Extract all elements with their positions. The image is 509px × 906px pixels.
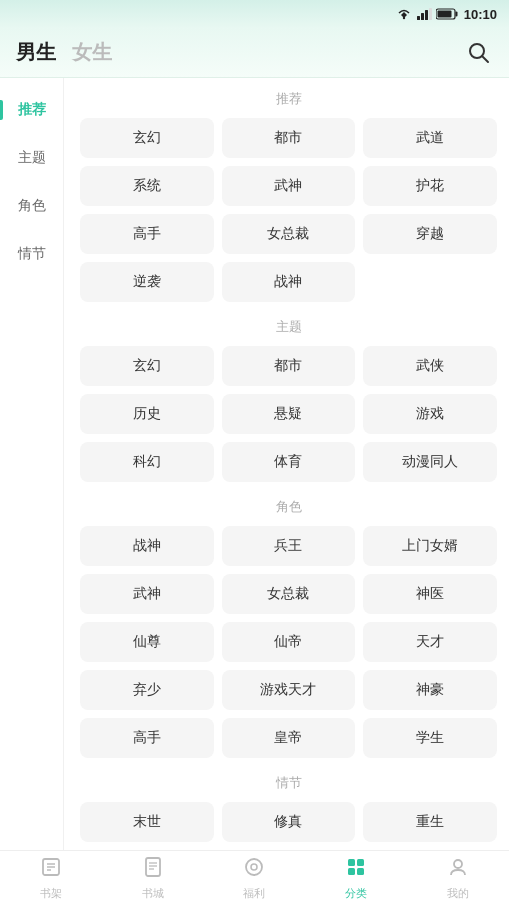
svg-rect-21 [348, 859, 355, 866]
tag-item[interactable]: 动漫同人 [363, 442, 497, 482]
svg-rect-15 [146, 858, 160, 876]
tag-item[interactable]: 仙尊 [80, 622, 214, 662]
tag-item[interactable]: 穿越 [363, 214, 497, 254]
tag-item[interactable]: 学生 [363, 718, 497, 758]
svg-rect-24 [357, 868, 364, 875]
svg-point-1 [403, 17, 405, 19]
tag-item[interactable]: 游戏天才 [222, 670, 356, 710]
svg-rect-2 [417, 16, 420, 20]
main-content: 推荐 主题 角色 情节 推荐玄幻都市武道系统武神护花高手女总裁穿越逆袭战神主题玄… [0, 78, 509, 850]
tag-item[interactable]: 神医 [363, 574, 497, 614]
section-0: 推荐玄幻都市武道系统武神护花高手女总裁穿越逆袭战神 [80, 90, 497, 302]
header: 男生 女生 [0, 28, 509, 78]
tag-item[interactable]: 都市 [222, 346, 356, 386]
nav-item-书架[interactable]: 书架 [0, 851, 102, 906]
tag-item[interactable]: 武神 [222, 166, 356, 206]
section-title-2: 角色 [80, 498, 497, 516]
tag-item[interactable]: 仙帝 [222, 622, 356, 662]
search-button[interactable] [465, 39, 493, 67]
tab-female[interactable]: 女生 [72, 39, 112, 66]
status-icons [396, 8, 458, 20]
section-title-1: 主题 [80, 318, 497, 336]
section-2: 角色战神兵王上门女婿武神女总裁神医仙尊仙帝天才弃少游戏天才神豪高手皇帝学生 [80, 498, 497, 758]
nav-item-书城[interactable]: 书城 [102, 851, 204, 906]
tag-item[interactable]: 武侠 [363, 346, 497, 386]
svg-rect-7 [455, 12, 457, 17]
sidebar-item-plot[interactable]: 情节 [0, 230, 63, 278]
svg-point-19 [246, 859, 262, 875]
svg-rect-3 [421, 13, 424, 20]
nav-label-我的: 我的 [447, 886, 469, 901]
tag-item[interactable]: 悬疑 [222, 394, 356, 434]
tag-grid-1: 玄幻都市武侠历史悬疑游戏科幻体育动漫同人 [80, 346, 497, 482]
nav-icon-福利 [243, 856, 265, 883]
tag-item[interactable]: 修真 [222, 802, 356, 842]
tag-grid-2: 战神兵王上门女婿武神女总裁神医仙尊仙帝天才弃少游戏天才神豪高手皇帝学生 [80, 526, 497, 758]
sidebar-item-recommend[interactable]: 推荐 [0, 86, 63, 134]
nav-icon-书城 [142, 856, 164, 883]
search-icon [468, 42, 490, 64]
tag-item[interactable]: 弃少 [80, 670, 214, 710]
status-bar: 10:10 [0, 0, 509, 28]
svg-rect-5 [429, 8, 432, 20]
section-title-3: 情节 [80, 774, 497, 792]
section-title-0: 推荐 [80, 90, 497, 108]
nav-item-分类[interactable]: 分类 [305, 851, 407, 906]
nav-icon-分类 [345, 856, 367, 883]
tab-male[interactable]: 男生 [16, 39, 56, 66]
signal-icon [416, 8, 432, 20]
svg-rect-22 [357, 859, 364, 866]
tag-item[interactable]: 战神 [80, 526, 214, 566]
tag-item[interactable]: 游戏 [363, 394, 497, 434]
tag-item[interactable]: 科幻 [80, 442, 214, 482]
tag-item[interactable]: 女总裁 [222, 574, 356, 614]
tag-grid-0: 玄幻都市武道系统武神护花高手女总裁穿越逆袭战神 [80, 118, 497, 302]
status-time: 10:10 [464, 7, 497, 22]
tag-item[interactable]: 系统 [80, 166, 214, 206]
section-1: 主题玄幻都市武侠历史悬疑游戏科幻体育动漫同人 [80, 318, 497, 482]
svg-rect-4 [425, 10, 428, 20]
svg-rect-23 [348, 868, 355, 875]
svg-point-20 [251, 864, 257, 870]
tag-item[interactable]: 都市 [222, 118, 356, 158]
tag-item[interactable]: 历史 [80, 394, 214, 434]
tag-item[interactable]: 末世 [80, 802, 214, 842]
tag-item[interactable]: 神豪 [363, 670, 497, 710]
nav-label-书城: 书城 [142, 886, 164, 901]
tag-item[interactable]: 兵王 [222, 526, 356, 566]
wifi-icon [396, 8, 412, 20]
tag-item[interactable]: 重生 [363, 802, 497, 842]
svg-line-10 [482, 56, 488, 62]
nav-label-福利: 福利 [243, 886, 265, 901]
battery-icon [436, 8, 458, 20]
header-tabs: 男生 女生 [16, 39, 465, 66]
tag-item[interactable]: 体育 [222, 442, 356, 482]
sidebar: 推荐 主题 角色 情节 [0, 78, 64, 850]
nav-item-我的[interactable]: 我的 [407, 851, 509, 906]
tag-item[interactable]: 逆袭 [80, 262, 214, 302]
tag-grid-3: 末世修真重生洪荒穿越武道 [80, 802, 497, 850]
tag-item[interactable]: 女总裁 [222, 214, 356, 254]
tag-item[interactable]: 皇帝 [222, 718, 356, 758]
tag-item[interactable]: 武道 [363, 118, 497, 158]
tag-item[interactable]: 玄幻 [80, 118, 214, 158]
tag-item[interactable]: 战神 [222, 262, 356, 302]
sidebar-item-theme[interactable]: 主题 [0, 134, 63, 182]
nav-icon-书架 [40, 856, 62, 883]
nav-item-福利[interactable]: 福利 [204, 851, 306, 906]
tag-item[interactable]: 护花 [363, 166, 497, 206]
svg-point-25 [454, 860, 462, 868]
tag-item[interactable]: 天才 [363, 622, 497, 662]
tag-item[interactable]: 上门女婿 [363, 526, 497, 566]
section-3: 情节末世修真重生洪荒穿越武道 [80, 774, 497, 850]
tag-item [363, 262, 497, 302]
bottom-nav: 书架书城福利分类我的 [0, 850, 509, 906]
sidebar-item-role[interactable]: 角色 [0, 182, 63, 230]
svg-rect-8 [437, 11, 451, 18]
nav-label-分类: 分类 [345, 886, 367, 901]
tag-item[interactable]: 高手 [80, 214, 214, 254]
nav-label-书架: 书架 [40, 886, 62, 901]
tag-item[interactable]: 玄幻 [80, 346, 214, 386]
tag-item[interactable]: 武神 [80, 574, 214, 614]
tag-item[interactable]: 高手 [80, 718, 214, 758]
